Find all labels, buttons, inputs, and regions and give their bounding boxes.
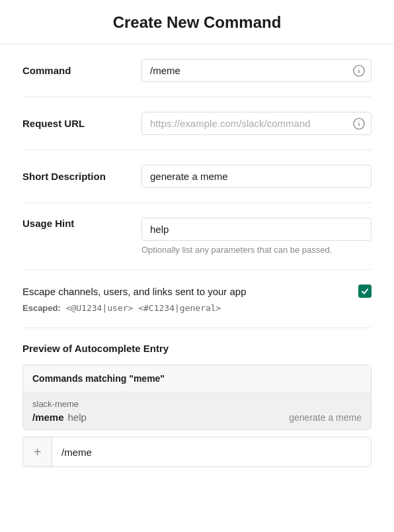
autocomplete-item: slack-meme /memehelp generate a meme <box>23 392 371 429</box>
preview-title: Preview of Autocomplete Entry <box>22 343 372 354</box>
request-url-input[interactable] <box>141 112 372 135</box>
request-url-label: Request URL <box>22 118 141 129</box>
escape-row: Escape channels, users, and links sent t… <box>22 285 372 298</box>
short-description-field-wrapper <box>141 165 372 188</box>
escape-section: Escape channels, users, and links sent t… <box>22 270 372 328</box>
short-description-input[interactable] <box>141 165 372 188</box>
svg-point-2 <box>358 68 359 69</box>
command-label: Command <box>22 65 141 76</box>
usage-hint-helper: Optionally list any parameters that can … <box>141 245 372 255</box>
autocomplete-preview: Commands matching "meme" slack-meme /mem… <box>22 365 372 430</box>
command-row: Command <box>22 44 372 97</box>
command-input-wrapper <box>141 59 372 82</box>
autocomplete-matching-text: Commands matching "meme" <box>32 373 165 384</box>
svg-point-5 <box>358 121 359 122</box>
form-container: Command Request URL <box>0 44 394 482</box>
command-bar-input[interactable] <box>52 440 371 465</box>
usage-hint-row: Usage Hint Optionally list any parameter… <box>22 203 372 270</box>
short-description-row: Short Description <box>22 150 372 203</box>
request-url-input-wrapper <box>141 112 372 135</box>
usage-hint-label: Usage Hint <box>22 218 141 229</box>
autocomplete-description: generate a meme <box>289 412 362 423</box>
autocomplete-app-name: slack-meme <box>32 399 362 409</box>
command-field-wrapper <box>141 59 372 82</box>
command-info-icon[interactable] <box>353 65 365 77</box>
escape-checkbox[interactable] <box>358 285 372 298</box>
escape-label: Escape channels, users, and links sent t… <box>22 286 247 297</box>
autocomplete-command-hint: /memehelp <box>32 412 87 423</box>
escape-checkbox-wrapper[interactable] <box>358 285 372 298</box>
page-title: Create New Command <box>0 13 394 32</box>
escaped-value: <@U1234|user> <#C1234|general> <box>61 303 221 313</box>
plus-button[interactable]: + <box>23 437 52 466</box>
request-url-field-wrapper <box>141 112 372 135</box>
escaped-prefix: Escaped: <box>22 303 61 313</box>
usage-hint-field-wrapper: Optionally list any parameters that can … <box>141 218 372 255</box>
autocomplete-keyword: meme <box>134 373 160 384</box>
autocomplete-item-detail: /memehelp generate a meme <box>32 412 362 423</box>
preview-section: Preview of Autocomplete Entry Commands m… <box>22 328 372 482</box>
plus-icon: + <box>34 445 42 460</box>
usage-hint-input[interactable] <box>141 218 372 241</box>
short-description-label: Short Description <box>22 171 141 182</box>
autocomplete-header: Commands matching "meme" <box>23 365 371 392</box>
autocomplete-hint: help <box>68 412 87 423</box>
page-header: Create New Command <box>0 0 394 44</box>
command-input[interactable] <box>141 59 372 82</box>
request-url-info-icon[interactable] <box>353 118 365 130</box>
escaped-info: Escaped: <@U1234|user> <#C1234|general> <box>22 303 372 313</box>
autocomplete-command: /meme <box>32 412 64 423</box>
request-url-row: Request URL <box>22 97 372 150</box>
command-input-bar: + <box>22 437 372 467</box>
